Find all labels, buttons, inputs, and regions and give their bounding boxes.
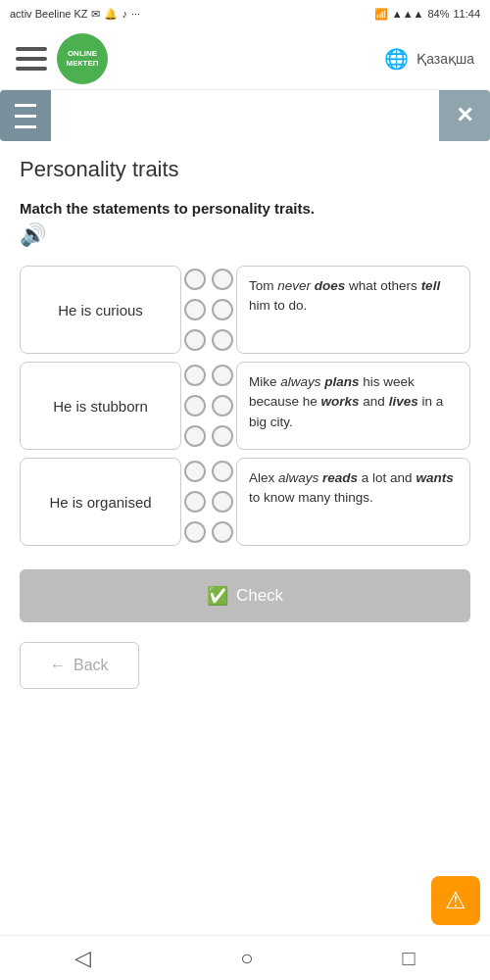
toolbar: ✕ bbox=[0, 90, 490, 141]
radio-r2-l1[interactable] bbox=[212, 365, 233, 386]
logo: ONLINE МЕКТЕП bbox=[57, 33, 108, 84]
signal-icon: ▲▲▲ bbox=[392, 8, 424, 20]
wifi-icon: 📶 bbox=[374, 8, 388, 21]
header: ONLINE МЕКТЕП 🌐 Қазақша bbox=[0, 27, 490, 90]
tiktok-icon: ♪ bbox=[122, 8, 127, 20]
radio-r1-l2[interactable] bbox=[212, 299, 233, 320]
back-arrow-icon: ← bbox=[50, 657, 66, 674]
radio-l1-r3[interactable] bbox=[184, 329, 206, 351]
hamburger-icon[interactable] bbox=[16, 47, 47, 71]
warning-icon: ⚠ bbox=[445, 887, 466, 914]
carrier-info: activ Beeline KZ ✉ 🔔 ♪ ··· bbox=[10, 8, 140, 21]
match-container: He is curious He is stubborn He is organ… bbox=[20, 266, 470, 546]
toolbar-close-button[interactable]: ✕ bbox=[439, 90, 490, 141]
carrier-text: activ Beeline KZ bbox=[10, 8, 87, 20]
check-icon: ✅ bbox=[207, 585, 228, 607]
warning-fab-button[interactable]: ⚠ bbox=[431, 876, 480, 925]
radio-r2-l3[interactable] bbox=[212, 425, 233, 447]
content-area: Personality traits Match the statements … bbox=[0, 141, 490, 763]
logo-line2: МЕКТЕП bbox=[66, 59, 98, 69]
header-left: ONLINE МЕКТЕП bbox=[16, 33, 108, 84]
bell-icon: 🔔 bbox=[104, 8, 118, 21]
left-item-organised: He is organised bbox=[20, 458, 181, 546]
radio-l2-r1[interactable] bbox=[184, 365, 206, 386]
toolbar-menu-button[interactable] bbox=[0, 90, 51, 141]
battery-text: 84% bbox=[427, 8, 449, 20]
mail-icon: ✉ bbox=[91, 8, 100, 21]
right-radio-col bbox=[209, 266, 236, 546]
radio-l1-r2[interactable] bbox=[184, 299, 206, 320]
left-item-curious: He is curious bbox=[20, 266, 181, 354]
recent-nav-icon[interactable]: □ bbox=[403, 946, 416, 971]
right-item-mike: Mike always plans his week because he wo… bbox=[236, 362, 470, 450]
left-radio-col bbox=[181, 266, 209, 546]
check-button[interactable]: ✅ Check bbox=[20, 569, 470, 622]
home-nav-icon[interactable]: ○ bbox=[240, 946, 253, 971]
speaker-icon: 🔊 bbox=[20, 222, 46, 247]
instructions-text: Match the statements to personality trai… bbox=[20, 200, 470, 217]
radio-l3-r2[interactable] bbox=[184, 491, 206, 513]
radio-r3-l3[interactable] bbox=[212, 521, 233, 543]
back-nav-icon[interactable]: ◁ bbox=[74, 946, 91, 971]
check-label: Check bbox=[236, 586, 283, 606]
radio-r2-l2[interactable] bbox=[212, 395, 233, 416]
right-column: Tom never does what others tell him to d… bbox=[236, 266, 470, 546]
right-item-tom: Tom never does what others tell him to d… bbox=[236, 266, 470, 354]
radio-r3-l2[interactable] bbox=[212, 491, 233, 513]
header-right: 🌐 Қазақша bbox=[384, 47, 474, 71]
radio-r3-l1[interactable] bbox=[212, 461, 233, 482]
bottom-nav: ◁ ○ □ bbox=[0, 935, 490, 980]
radio-r1-l3[interactable] bbox=[212, 329, 233, 351]
radio-l3-r3[interactable] bbox=[184, 521, 206, 543]
back-button[interactable]: ← Back bbox=[20, 642, 139, 689]
close-icon: ✕ bbox=[456, 103, 473, 128]
time-text: 11:44 bbox=[453, 8, 480, 20]
status-bar: activ Beeline KZ ✉ 🔔 ♪ ··· 📶 ▲▲▲ 84% 11:… bbox=[0, 0, 490, 27]
page-title: Personality traits bbox=[20, 157, 470, 182]
radio-l3-r1[interactable] bbox=[184, 461, 206, 482]
radio-r1-l1[interactable] bbox=[212, 269, 233, 290]
radio-l1-r1[interactable] bbox=[184, 269, 206, 290]
left-column: He is curious He is stubborn He is organ… bbox=[20, 266, 181, 546]
radio-columns bbox=[181, 266, 236, 546]
right-item-alex: Alex always reads a lot and wants to kno… bbox=[236, 458, 470, 546]
logo-line1: ONLINE bbox=[68, 49, 97, 59]
left-item-stubborn: He is stubborn bbox=[20, 362, 181, 450]
more-icon: ··· bbox=[131, 8, 140, 20]
radio-l2-r3[interactable] bbox=[184, 425, 206, 447]
status-right: 📶 ▲▲▲ 84% 11:44 bbox=[374, 8, 480, 21]
radio-l2-r2[interactable] bbox=[184, 395, 206, 416]
back-label: Back bbox=[74, 657, 109, 674]
globe-icon: 🌐 bbox=[384, 47, 409, 71]
language-label[interactable]: Қазақша bbox=[416, 51, 474, 67]
audio-button[interactable]: 🔊 bbox=[20, 222, 46, 248]
